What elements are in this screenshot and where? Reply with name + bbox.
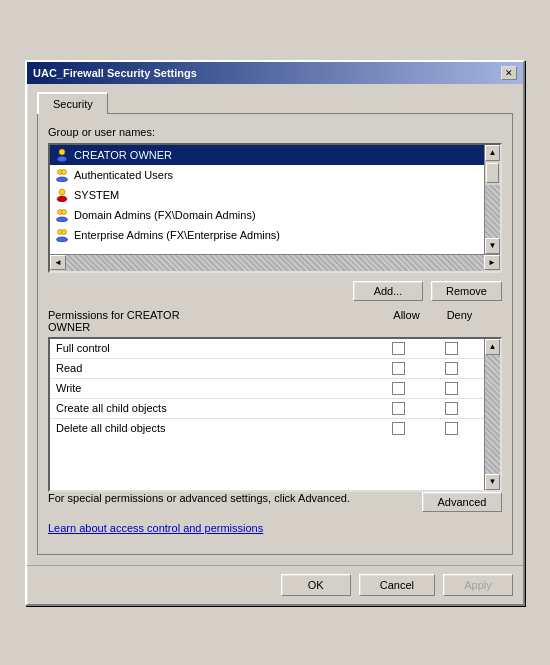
permissions-table: Full control Read [48,337,502,492]
deny-cell [429,342,474,355]
list-item[interactable]: Authenticated Users [50,165,484,185]
permissions-list: Full control Read [50,339,484,490]
scroll-up-arrow[interactable]: ▲ [485,145,500,161]
list-item-name: Enterprise Admins (FX\Enterprise Admins) [74,229,280,241]
apply-button[interactable]: Apply [443,574,513,596]
scroll-thumb[interactable] [486,163,499,183]
advanced-button[interactable]: Advanced [422,492,502,512]
table-row: Create all child objects [50,399,484,419]
svg-point-11 [62,229,67,234]
user-list-scrollbar[interactable]: ▲ ▼ [484,145,500,254]
svg-point-9 [57,217,68,222]
deny-checkbox[interactable] [445,342,458,355]
perm-checkboxes [376,382,474,395]
window-title: UAC_Firewall Security Settings [33,67,197,79]
user-icon [54,167,70,183]
user-list-inner: CREATOR OWNER Auth [50,145,484,245]
allow-checkbox[interactable] [392,342,405,355]
perm-name: Create all child objects [56,402,376,414]
allow-cell [376,402,421,415]
perm-name: Full control [56,342,376,354]
deny-checkbox[interactable] [445,402,458,415]
allow-checkbox[interactable] [392,382,405,395]
list-item-name: SYSTEM [74,189,119,201]
tab-bar: Security [37,92,513,114]
allow-cell [376,362,421,375]
group-label: Group or user names: [48,126,502,138]
list-item[interactable]: SYSTEM [50,185,484,205]
tab-security[interactable]: Security [37,92,108,114]
allow-cell [376,342,421,355]
table-row: Write [50,379,484,399]
user-list-wrapper: CREATOR OWNER Auth [48,143,502,273]
user-icon [54,187,70,203]
perm-scrollbar[interactable]: ▲ ▼ [484,339,500,490]
allow-checkbox[interactable] [392,362,405,375]
ok-button[interactable]: OK [281,574,351,596]
h-scroll-track [66,255,484,271]
allow-cell [376,382,421,395]
scroll-down-arrow[interactable]: ▼ [485,238,500,254]
permissions-header: Permissions for CREATOR OWNER Allow Deny [48,309,502,333]
list-item-name: Domain Admins (FX\Domain Admins) [74,209,256,221]
perm-checkboxes [376,342,474,355]
allow-column-header: Allow [384,309,429,321]
scroll-down-arrow[interactable]: ▼ [485,474,500,490]
deny-checkbox[interactable] [445,362,458,375]
special-perms-row: For special permissions or advanced sett… [48,492,502,512]
scroll-left-arrow[interactable]: ◄ [50,255,66,270]
perm-name: Write [56,382,376,394]
list-item-name: Authenticated Users [74,169,173,181]
perm-name: Delete all child objects [56,422,376,434]
special-perms-text: For special permissions or advanced sett… [48,492,412,504]
deny-checkbox[interactable] [445,422,458,435]
remove-button[interactable]: Remove [431,281,502,301]
svg-point-0 [59,149,65,155]
svg-point-8 [62,209,67,214]
title-bar-controls: ✕ [501,66,517,80]
learn-link[interactable]: Learn about access control and permissio… [48,522,502,534]
user-list-top: CREATOR OWNER Auth [50,145,500,254]
table-row: Read [50,359,484,379]
user-icon [54,227,70,243]
close-button[interactable]: ✕ [501,66,517,80]
main-window: UAC_Firewall Security Settings ✕ Securit… [25,60,525,606]
perm-checkboxes [376,402,474,415]
svg-point-3 [62,169,67,174]
allow-cell [376,422,421,435]
perm-name: Read [56,362,376,374]
deny-cell [429,402,474,415]
add-button[interactable]: Add... [353,281,423,301]
allow-checkbox[interactable] [392,422,405,435]
title-bar: UAC_Firewall Security Settings ✕ [27,62,523,84]
deny-cell [429,422,474,435]
scroll-right-arrow[interactable]: ► [484,255,500,270]
permissions-list-top: Full control Read [50,339,500,490]
user-list[interactable]: CREATOR OWNER Auth [50,145,484,254]
permissions-title: Permissions for CREATOR OWNER [48,309,384,333]
list-item[interactable]: CREATOR OWNER [50,145,484,165]
deny-cell [429,362,474,375]
deny-column-header: Deny [437,309,482,321]
bottom-buttons: OK Cancel Apply [27,565,523,604]
svg-point-5 [59,189,65,195]
scroll-track [485,355,500,474]
svg-point-4 [57,177,68,182]
svg-point-12 [57,237,68,242]
table-row: Delete all child objects [50,419,484,438]
permissions-columns: Allow Deny [384,309,482,321]
allow-checkbox[interactable] [392,402,405,415]
user-icon [54,207,70,223]
window-content: Security Group or user names: [27,84,523,565]
add-remove-buttons: Add... Remove [48,281,502,301]
list-item[interactable]: Enterprise Admins (FX\Enterprise Admins) [50,225,484,245]
tab-content: Group or user names: [37,113,513,555]
perm-checkboxes [376,362,474,375]
scroll-up-arrow[interactable]: ▲ [485,339,500,355]
svg-point-6 [57,196,67,202]
deny-checkbox[interactable] [445,382,458,395]
perm-checkboxes [376,422,474,435]
cancel-button[interactable]: Cancel [359,574,435,596]
list-item[interactable]: Domain Admins (FX\Domain Admins) [50,205,484,225]
h-scrollbar[interactable]: ◄ ► [50,254,500,271]
